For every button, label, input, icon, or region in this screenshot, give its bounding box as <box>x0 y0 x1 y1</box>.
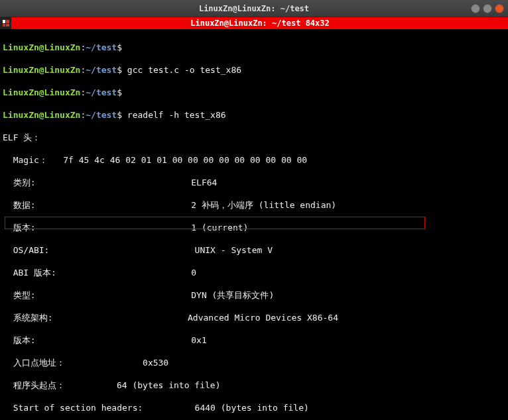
output-line: 版本: 1 (current) <box>3 222 505 233</box>
close-button[interactable] <box>495 4 504 13</box>
maximize-button[interactable] <box>483 4 492 13</box>
output-line: Magic： 7f 45 4c 46 02 01 01 00 00 00 00 … <box>3 154 505 166</box>
output-line: ABI 版本: 0 <box>3 267 505 278</box>
output-line: 类型: DYN (共享目标文件) <box>3 289 505 301</box>
output-line: 程序头起点： 64 (bytes into file) <box>3 380 505 391</box>
output-line: 数据: 2 补码，小端序 (little endian) <box>3 199 505 211</box>
prompt-line: LinuxZn@LinuxZn:~/test$ readelf -h test_… <box>3 109 505 121</box>
output-line: OS/ABI: UNIX - System V <box>3 244 505 256</box>
minimize-button[interactable] <box>471 4 480 13</box>
output-line: ELF 头： <box>3 132 505 143</box>
window-titlebar: LinuxZn@LinuxZn: ~/test <box>0 0 508 17</box>
output-line: 版本: 0x1 <box>3 335 505 346</box>
prompt-user: LinuxZn@LinuxZn <box>3 42 80 52</box>
command-text: gcc test.c -o test_x86 <box>127 65 241 75</box>
tab-title[interactable]: LinuxZn@LinuxZn: ~/test 84x32 <box>12 17 508 29</box>
workspace-icon <box>3 20 9 26</box>
terminal-tabbar: LinuxZn@LinuxZn: ~/test 84x32 <box>0 17 508 29</box>
output-line: 入口点地址： 0x530 <box>3 357 505 368</box>
prompt-path: ~/test <box>86 42 117 52</box>
prompt-line: LinuxZn@LinuxZn:~/test$ gcc test.c -o te… <box>3 64 505 76</box>
terminal-content[interactable]: LinuxZn@LinuxZn:~/test$ LinuxZn@LinuxZn:… <box>0 29 508 420</box>
tab-indicator[interactable] <box>0 17 12 29</box>
window-controls <box>471 4 504 13</box>
output-line: Start of section headers: 6440 (bytes in… <box>3 402 505 413</box>
output-line: 类别: ELF64 <box>3 177 505 188</box>
prompt-line: LinuxZn@LinuxZn:~/test$ <box>3 87 505 98</box>
window-title: LinuxZn@LinuxZn: ~/test <box>199 4 309 13</box>
command-text: readelf -h test_x86 <box>127 110 226 120</box>
prompt-line: LinuxZn@LinuxZn:~/test$ <box>3 42 505 53</box>
output-line: 系统架构: Advanced Micro Devices X86-64 <box>3 312 505 323</box>
